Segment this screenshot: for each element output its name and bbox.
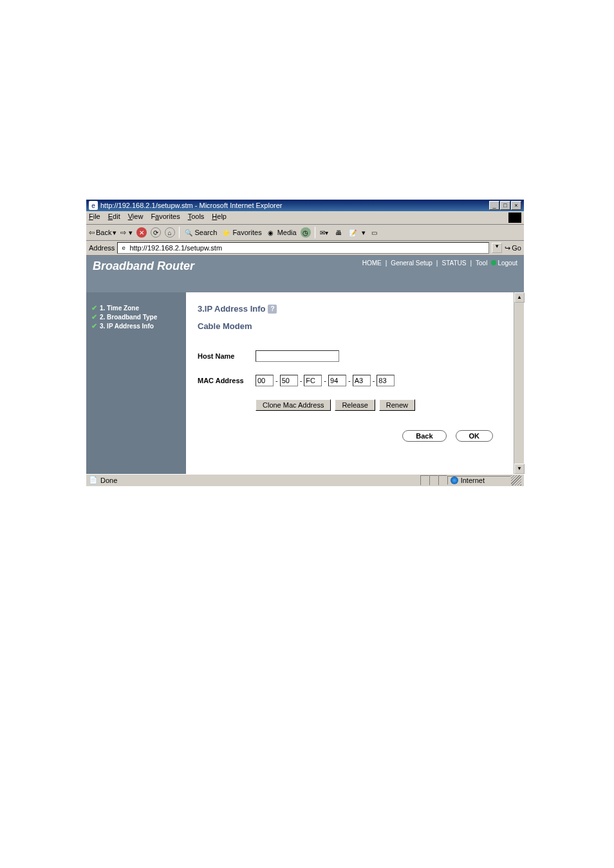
stop-icon[interactable]: ✕ — [136, 227, 147, 238]
title-bar: e http://192.168.2.1/setupw.stm - Micros… — [86, 200, 524, 211]
close-button[interactable]: × — [511, 201, 521, 210]
sidebar-item-label: 3. IP Address Info — [100, 323, 154, 330]
nav-logout[interactable]: Logout — [491, 259, 517, 267]
menu-file[interactable]: File — [89, 212, 100, 223]
nav-home[interactable]: HOME — [362, 259, 382, 267]
mac-buttons-row: Clone Mac Address Release Renew — [256, 399, 512, 411]
history-icon[interactable]: ◷ — [301, 227, 311, 238]
window-controls: _ □ × — [489, 201, 521, 210]
forward-button[interactable]: ⇨ ▾ — [120, 229, 132, 237]
mac-input-6[interactable] — [377, 375, 395, 386]
mac-address-row: MAC Address - - - - - — [198, 375, 512, 386]
renew-button[interactable]: Renew — [379, 399, 415, 411]
search-button[interactable]: 🔍Search — [183, 227, 218, 238]
check-icon: ✔ — [91, 322, 97, 330]
section-heading: 3.IP Address Info ? — [198, 304, 512, 314]
internet-icon — [451, 476, 458, 484]
heading-text: 3.IP Address Info — [198, 304, 265, 314]
scroll-up-button[interactable]: ▲ — [514, 292, 525, 303]
mail-icon[interactable]: ✉▾ — [319, 227, 330, 238]
window-title: http://192.168.2.1/setupw.stm - Microsof… — [100, 202, 489, 209]
home-icon[interactable]: ⌂ — [165, 227, 175, 238]
brand-title: Broadband Router — [93, 259, 194, 273]
menu-bar: File Edit View Favorites Tools Help — [86, 211, 524, 225]
address-input[interactable] — [129, 244, 487, 252]
sidebar-item-broadband-type[interactable]: ✔2. Broadband Type — [91, 313, 181, 321]
status-bar: 📄 Done Internet — [86, 474, 524, 486]
status-text: Done — [100, 476, 117, 484]
security-zone: Internet — [447, 476, 511, 485]
check-icon: ✔ — [91, 304, 97, 312]
print-icon[interactable]: 🖶 — [333, 227, 344, 238]
mac-input-1[interactable] — [256, 375, 274, 386]
nav-tool[interactable]: Tool — [476, 259, 487, 267]
logout-icon — [491, 260, 496, 265]
menu-help[interactable]: Help — [212, 212, 227, 223]
minimize-button[interactable]: _ — [489, 201, 499, 210]
status-pane — [438, 475, 447, 486]
browser-window: e http://192.168.2.1/setupw.stm - Micros… — [86, 200, 524, 486]
mac-input-3[interactable] — [304, 375, 322, 386]
refresh-icon[interactable]: ⟳ — [151, 227, 161, 238]
ie-logo — [508, 212, 521, 223]
main-area: ✔1. Time Zone ✔2. Broadband Type ✔3. IP … — [86, 292, 524, 474]
content-pane: 3.IP Address Info ? Cable Modem Host Nam… — [186, 292, 524, 474]
release-button[interactable]: Release — [335, 399, 375, 411]
status-panes — [420, 475, 447, 486]
help-icon[interactable]: ? — [268, 305, 277, 314]
menu-edit[interactable]: Edit — [108, 212, 120, 223]
menu-view[interactable]: View — [128, 212, 144, 223]
check-icon: ✔ — [91, 313, 97, 321]
edit-icon[interactable]: 📝 — [348, 227, 358, 238]
status-left: 📄 Done — [89, 476, 420, 485]
page-content: Broadband Router HOME| General Setup| ST… — [86, 256, 524, 474]
discuss-icon[interactable]: ▭ — [369, 227, 380, 238]
sidebar-item-label: 2. Broadband Type — [100, 314, 157, 321]
page-header: Broadband Router HOME| General Setup| ST… — [86, 256, 524, 292]
sidebar-item-label: 1. Time Zone — [100, 305, 139, 312]
vertical-scrollbar[interactable]: ▲ ▼ — [514, 292, 524, 474]
scroll-down-button[interactable]: ▼ — [514, 464, 525, 474]
clone-mac-button[interactable]: Clone Mac Address — [256, 399, 331, 411]
host-name-label: Host Name — [198, 352, 256, 360]
separator — [315, 227, 315, 238]
nav-general-setup[interactable]: General Setup — [391, 259, 433, 267]
mac-address-label: MAC Address — [198, 377, 256, 384]
sidebar-item-ip-address-info[interactable]: ✔3. IP Address Info — [91, 322, 181, 330]
address-input-container: e — [117, 242, 489, 254]
mac-input-5[interactable] — [353, 375, 371, 386]
menu-tools[interactable]: Tools — [188, 212, 205, 223]
sidebar-item-time-zone[interactable]: ✔1. Time Zone — [91, 304, 181, 312]
menu-favorites[interactable]: Favorites — [151, 212, 180, 223]
section-subtitle: Cable Modem — [198, 321, 512, 331]
address-label: Address — [89, 244, 115, 252]
media-button[interactable]: ◉Media — [266, 227, 297, 238]
ok-button[interactable]: OK — [456, 430, 494, 442]
host-name-row: Host Name — [198, 350, 512, 362]
back-button[interactable]: ⇦ Back ▾ — [89, 229, 116, 237]
mac-input-4[interactable] — [328, 375, 346, 386]
sidebar: ✔1. Time Zone ✔2. Broadband Type ✔3. IP … — [86, 292, 186, 474]
toolbar: ⇦ Back ▾ ⇨ ▾ ✕ ⟳ ⌂ 🔍Search ⭐Favorites ◉M… — [86, 225, 524, 241]
host-name-input[interactable] — [256, 350, 339, 362]
address-bar: Address e ▼ ↪ Go — [86, 241, 524, 256]
address-dropdown[interactable]: ▼ — [492, 243, 502, 253]
go-button[interactable]: ↪ Go — [505, 244, 521, 252]
nav-status[interactable]: STATUS — [442, 259, 466, 267]
zone-text: Internet — [461, 476, 485, 484]
page-icon: e — [119, 243, 128, 252]
done-icon: 📄 — [89, 476, 98, 485]
resize-grip[interactable] — [511, 475, 521, 486]
dropdown-icon[interactable]: ▾ — [362, 229, 366, 237]
ie-icon: e — [89, 201, 98, 210]
mac-input-2[interactable] — [280, 375, 298, 386]
form-nav-buttons: Back OK — [198, 430, 512, 442]
nav-links: HOME| General Setup| STATUS| Tool Logout — [362, 259, 517, 267]
separator — [179, 227, 180, 238]
status-pane — [429, 475, 438, 486]
maximize-button[interactable]: □ — [500, 201, 510, 210]
back-button[interactable]: Back — [402, 430, 446, 442]
favorites-button[interactable]: ⭐Favorites — [221, 227, 261, 238]
status-pane — [420, 475, 429, 486]
